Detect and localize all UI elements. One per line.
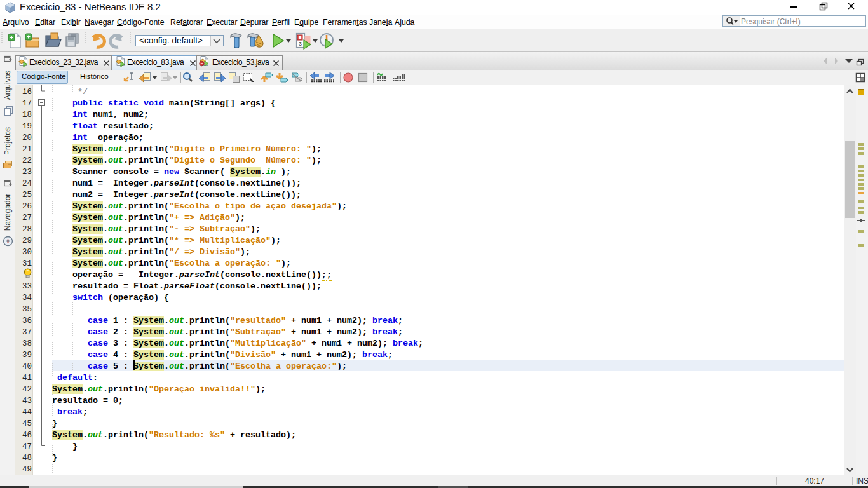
svg-text:3: 3	[299, 41, 302, 47]
